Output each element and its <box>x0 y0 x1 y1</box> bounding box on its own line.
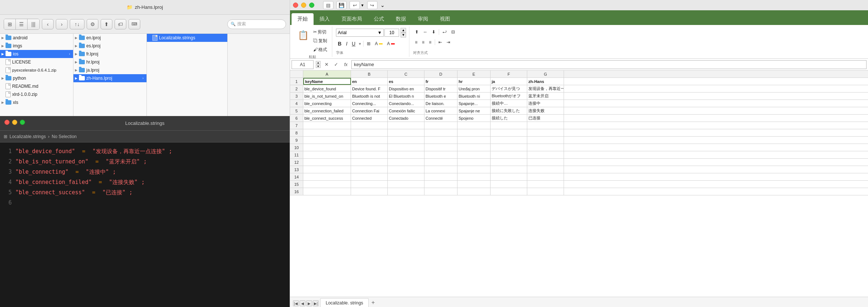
cell-f4[interactable]: 接続中… <box>491 100 527 107</box>
cell-c2[interactable]: Dispositivo en <box>388 85 424 92</box>
indent-increase-btn[interactable]: ⇥ <box>445 38 452 46</box>
cell-a3[interactable]: ble_is_not_turned_on <box>303 93 351 100</box>
finder-search[interactable]: 🔍 搜索 <box>227 19 286 29</box>
sheet-tab-localizable[interactable]: Localizable. strings <box>320 298 369 307</box>
copy-btn[interactable]: ⿻ 复制 <box>311 37 329 45</box>
align-top-btn[interactable]: ⬆ <box>413 28 420 36</box>
undo-dropdown[interactable]: ▼ <box>361 3 364 7</box>
cell-g1[interactable]: zh-Hans <box>527 78 564 85</box>
tag-btn[interactable]: 🏷 <box>115 19 126 29</box>
cell-g4[interactable]: 连接中 <box>527 100 564 107</box>
sidebar-toggle-btn[interactable]: ▤ <box>323 1 333 9</box>
finder-item-readme[interactable]: ▶ README.md <box>0 82 73 90</box>
tab-review[interactable]: 审阅 <box>412 13 434 25</box>
cell-d5[interactable]: La connexi <box>424 107 457 114</box>
cell-c3[interactable]: El Bluetooth n <box>388 93 424 100</box>
cell-e3[interactable]: Bluetooth ni <box>457 93 491 100</box>
action-btn[interactable]: ⚙ <box>87 19 98 29</box>
font-size-down[interactable]: ▼ <box>401 33 406 37</box>
cell-e5[interactable]: Spajanje ne <box>457 107 491 114</box>
format-btn[interactable]: 🖌 格式 <box>311 46 329 54</box>
border-btn[interactable]: ⊞ <box>365 40 372 48</box>
cell-ref-up[interactable]: ▲ <box>316 61 321 64</box>
forward-btn[interactable]: › <box>56 19 68 29</box>
cell-a6[interactable]: ble_connect_success <box>303 115 351 122</box>
tab-page-layout[interactable]: 页面布局 <box>336 13 368 25</box>
cell-b2[interactable]: Device found. F <box>351 85 388 92</box>
wrap-text-btn[interactable]: ⮐ <box>441 28 449 36</box>
cell-ref-box[interactable]: A1 <box>292 60 314 69</box>
font-size-up[interactable]: ▲ <box>401 28 406 33</box>
sheet-nav-prev[interactable]: ◀ <box>300 300 305 306</box>
paste-btn[interactable]: 📋 <box>296 28 311 43</box>
cell-a7[interactable] <box>303 122 351 129</box>
cell-e1[interactable]: hr <box>457 78 491 85</box>
finder-item-zh-hans[interactable]: ▶ zh-Hans.lproj › <box>73 74 147 82</box>
align-right-btn[interactable]: ≡ <box>427 38 433 46</box>
cell-a2[interactable]: ble_device_found <box>303 85 351 92</box>
cell-f1[interactable]: ja <box>491 78 527 85</box>
excel-max-btn[interactable] <box>309 3 314 8</box>
undo-btn[interactable]: ↩ <box>350 1 360 9</box>
font-size-box[interactable]: 10 <box>384 29 399 37</box>
cell-f3[interactable]: Bluetoothがオフ <box>491 93 527 100</box>
col-header-e[interactable]: E <box>457 71 491 77</box>
tab-formulas[interactable]: 公式 <box>368 13 390 25</box>
cell-e6[interactable]: Spojeno <box>457 115 491 122</box>
fx-btn[interactable]: fx <box>342 61 350 69</box>
col-header-g[interactable]: G <box>527 71 564 77</box>
finder-item-localizable[interactable]: ▶ Localizable.strings <box>147 34 227 42</box>
back-btn[interactable]: ‹ <box>42 19 54 29</box>
cell-g2[interactable]: 发现设备，再靠近一点连接 <box>527 85 564 92</box>
finder-item-python[interactable]: ▶ python <box>0 74 73 82</box>
finder-item-hr[interactable]: ▶ hr.lproj <box>73 58 147 66</box>
cell-a5[interactable]: ble_connection_failed <box>303 107 351 114</box>
tab-data[interactable]: 数据 <box>390 13 412 25</box>
cell-e4[interactable]: Spajanje... <box>457 100 491 107</box>
finder-item-license[interactable]: ▶ LICENSE <box>0 58 73 66</box>
minimize-btn[interactable] <box>12 120 17 125</box>
cell-f6[interactable]: 接続した <box>491 115 527 122</box>
cell-c5[interactable]: Conexión fallic <box>388 107 424 114</box>
col-header-d[interactable]: D <box>424 71 457 77</box>
finder-item-imgs[interactable]: ▶ imgs <box>0 42 73 50</box>
cell-d2[interactable]: Dispositif tr <box>424 85 457 92</box>
finder-item-ios[interactable]: ▶ ios › <box>0 50 73 58</box>
underline-btn[interactable]: U <box>350 40 357 48</box>
finder-item-android[interactable]: ▶ android <box>0 34 73 42</box>
column-view-btn[interactable]: ||| <box>28 19 39 29</box>
redo-btn[interactable]: ↪ <box>367 1 377 9</box>
confirm-edit-btn[interactable]: ✓ <box>332 61 340 69</box>
close-btn[interactable] <box>4 120 10 125</box>
col-header-a[interactable]: A <box>303 71 351 77</box>
tab-home[interactable]: 开始 <box>292 13 314 25</box>
cell-d3[interactable]: Bluetooth e <box>424 93 457 100</box>
nav-btn[interactable]: ↑↓ <box>70 19 84 29</box>
merge-btn[interactable]: ⊟ <box>449 28 457 36</box>
cell-g6[interactable]: 已连接 <box>527 115 564 122</box>
finder-item-en[interactable]: ▶ en.lproj <box>73 34 147 42</box>
bold-btn[interactable]: B <box>336 40 343 48</box>
cell-g3[interactable]: 蓝牙未开启 <box>527 93 564 100</box>
list-view-btn[interactable]: ☰ <box>16 19 28 29</box>
cell-b5[interactable]: Connection Fai <box>351 107 388 114</box>
cell-d6[interactable]: Connecté <box>424 115 457 122</box>
cell-e2[interactable]: Uređaj pron <box>457 85 491 92</box>
cell-c1[interactable]: es <box>388 78 424 85</box>
finder-item-fr[interactable]: ▶ fr.lproj <box>73 50 147 58</box>
cell-d1[interactable]: fr <box>424 78 457 85</box>
terminal-btn[interactable]: ⌨ <box>129 19 140 29</box>
col-header-c[interactable]: C <box>388 71 424 77</box>
indent-decrease-btn[interactable]: ⇤ <box>437 38 444 46</box>
cell-a4[interactable]: ble_connecting <box>303 100 351 107</box>
col-header-b[interactable]: B <box>351 71 388 77</box>
sheet-nav-first[interactable]: |◀ <box>293 300 299 306</box>
finder-item-es[interactable]: ▶ es.lproj <box>73 42 147 50</box>
font-color-btn[interactable]: A <box>385 40 397 48</box>
icon-view-btn[interactable]: ⊞ <box>4 19 16 29</box>
formula-input[interactable] <box>351 60 867 69</box>
cut-btn[interactable]: ✂ 剪切 <box>311 28 329 36</box>
cell-f2[interactable]: デバイスが見つ <box>491 85 527 92</box>
italic-btn[interactable]: I <box>344 40 349 48</box>
align-left-btn[interactable]: ≡ <box>413 38 419 46</box>
